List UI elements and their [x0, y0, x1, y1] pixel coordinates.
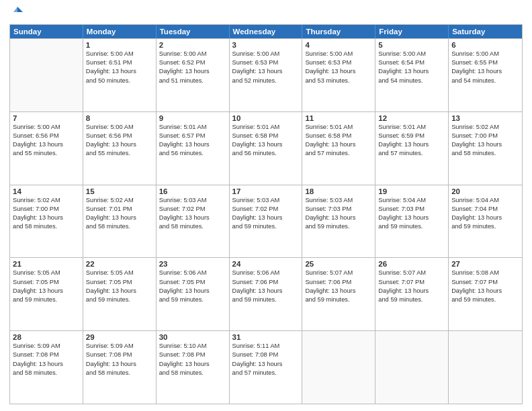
calendar-body: 1Sunrise: 5:00 AMSunset: 6:51 PMDaylight…: [10, 38, 522, 404]
calendar-header-cell-wednesday: Wednesday: [230, 25, 303, 38]
day-number: 29: [86, 333, 153, 341]
calendar-cell: 9Sunrise: 5:01 AMSunset: 6:57 PMDaylight…: [157, 112, 230, 185]
day-number: 30: [159, 333, 226, 341]
calendar-cell: 30Sunrise: 5:10 AMSunset: 7:08 PMDayligh…: [157, 331, 230, 404]
calendar-week-2: 7Sunrise: 5:00 AMSunset: 6:56 PMDaylight…: [10, 111, 522, 185]
calendar-cell: 17Sunrise: 5:03 AMSunset: 7:02 PMDayligh…: [230, 185, 303, 258]
calendar-cell: 29Sunrise: 5:09 AMSunset: 7:08 PMDayligh…: [83, 331, 157, 404]
day-number: 7: [13, 114, 80, 122]
day-number: 8: [86, 114, 153, 122]
day-number: 14: [13, 187, 80, 195]
calendar-cell: 4Sunrise: 5:00 AMSunset: 6:53 PMDaylight…: [302, 39, 375, 111]
calendar-cell: [302, 331, 375, 404]
day-number: 1: [86, 41, 153, 49]
calendar-cell: 3Sunrise: 5:00 AMSunset: 6:53 PMDaylight…: [230, 39, 303, 111]
calendar-header-cell-tuesday: Tuesday: [157, 25, 230, 38]
day-number: 3: [232, 41, 300, 49]
day-info: Sunrise: 5:03 AMSunset: 7:03 PMDaylight:…: [305, 196, 372, 232]
calendar-cell: 22Sunrise: 5:05 AMSunset: 7:05 PMDayligh…: [83, 258, 157, 330]
calendar: SundayMondayTuesdayWednesdayThursdayFrid…: [9, 24, 523, 404]
calendar-cell: 24Sunrise: 5:06 AMSunset: 7:06 PMDayligh…: [230, 258, 303, 330]
day-info: Sunrise: 5:09 AMSunset: 7:08 PMDaylight:…: [13, 342, 80, 377]
day-info: Sunrise: 5:09 AMSunset: 7:08 PMDaylight:…: [86, 342, 153, 377]
calendar-header: SundayMondayTuesdayWednesdayThursdayFrid…: [10, 25, 522, 38]
calendar-cell: 28Sunrise: 5:09 AMSunset: 7:08 PMDayligh…: [10, 331, 83, 404]
day-info: Sunrise: 5:04 AMSunset: 7:03 PMDaylight:…: [378, 196, 445, 232]
day-number: 9: [159, 114, 226, 122]
calendar-week-5: 28Sunrise: 5:09 AMSunset: 7:08 PMDayligh…: [10, 330, 522, 404]
day-info: Sunrise: 5:00 AMSunset: 6:55 PMDaylight:…: [451, 50, 519, 85]
day-info: Sunrise: 5:00 AMSunset: 6:51 PMDaylight:…: [86, 50, 153, 85]
day-info: Sunrise: 5:05 AMSunset: 7:05 PMDaylight:…: [13, 269, 80, 304]
calendar-cell: 5Sunrise: 5:00 AMSunset: 6:54 PMDaylight…: [375, 39, 449, 111]
day-info: Sunrise: 5:06 AMSunset: 7:05 PMDaylight:…: [159, 269, 226, 304]
calendar-cell: 25Sunrise: 5:07 AMSunset: 7:06 PMDayligh…: [302, 258, 375, 330]
day-info: Sunrise: 5:05 AMSunset: 7:05 PMDaylight:…: [86, 269, 153, 304]
calendar-cell: 2Sunrise: 5:00 AMSunset: 6:52 PMDaylight…: [157, 39, 230, 111]
calendar-cell: 16Sunrise: 5:03 AMSunset: 7:02 PMDayligh…: [157, 185, 230, 258]
day-info: Sunrise: 5:01 AMSunset: 6:57 PMDaylight:…: [159, 123, 226, 158]
day-info: Sunrise: 5:11 AMSunset: 7:08 PMDaylight:…: [232, 342, 300, 377]
day-number: 12: [378, 114, 445, 122]
day-info: Sunrise: 5:01 AMSunset: 6:58 PMDaylight:…: [232, 123, 300, 158]
calendar-cell: 23Sunrise: 5:06 AMSunset: 7:05 PMDayligh…: [157, 258, 230, 330]
day-number: 13: [451, 114, 519, 122]
day-number: 11: [305, 114, 372, 122]
header: [9, 7, 523, 19]
day-info: Sunrise: 5:04 AMSunset: 7:04 PMDaylight:…: [451, 196, 519, 232]
logo: [9, 7, 24, 19]
calendar-cell: 12Sunrise: 5:01 AMSunset: 6:59 PMDayligh…: [375, 112, 449, 185]
calendar-header-cell-sunday: Sunday: [10, 25, 83, 38]
day-info: Sunrise: 5:08 AMSunset: 7:07 PMDaylight:…: [451, 269, 519, 304]
svg-marker-0: [17, 7, 23, 12]
day-info: Sunrise: 5:02 AMSunset: 7:00 PMDaylight:…: [13, 196, 80, 232]
calendar-cell: [449, 331, 522, 404]
day-info: Sunrise: 5:00 AMSunset: 6:54 PMDaylight:…: [378, 50, 445, 85]
day-info: Sunrise: 5:02 AMSunset: 7:00 PMDaylight:…: [451, 123, 519, 158]
day-number: 10: [232, 114, 300, 122]
day-info: Sunrise: 5:00 AMSunset: 6:53 PMDaylight:…: [232, 50, 300, 85]
day-number: 20: [451, 187, 519, 195]
day-number: 26: [378, 260, 445, 268]
day-number: 5: [378, 41, 445, 49]
calendar-week-1: 1Sunrise: 5:00 AMSunset: 6:51 PMDaylight…: [10, 38, 522, 111]
day-info: Sunrise: 5:10 AMSunset: 7:08 PMDaylight:…: [159, 342, 226, 377]
calendar-cell: 10Sunrise: 5:01 AMSunset: 6:58 PMDayligh…: [230, 112, 303, 185]
day-info: Sunrise: 5:00 AMSunset: 6:56 PMDaylight:…: [13, 123, 80, 158]
calendar-cell: 13Sunrise: 5:02 AMSunset: 7:00 PMDayligh…: [449, 112, 522, 185]
day-number: 18: [305, 187, 372, 195]
day-number: 17: [232, 187, 300, 195]
day-number: 19: [378, 187, 445, 195]
day-number: 27: [451, 260, 519, 268]
calendar-week-4: 21Sunrise: 5:05 AMSunset: 7:05 PMDayligh…: [10, 257, 522, 330]
day-number: 16: [159, 187, 226, 195]
day-info: Sunrise: 5:02 AMSunset: 7:01 PMDaylight:…: [86, 196, 153, 232]
day-info: Sunrise: 5:07 AMSunset: 7:07 PMDaylight:…: [378, 269, 445, 304]
day-info: Sunrise: 5:00 AMSunset: 6:56 PMDaylight:…: [86, 123, 153, 158]
calendar-cell: 19Sunrise: 5:04 AMSunset: 7:03 PMDayligh…: [375, 185, 449, 258]
calendar-cell: 31Sunrise: 5:11 AMSunset: 7:08 PMDayligh…: [230, 331, 303, 404]
day-number: 6: [451, 41, 519, 49]
day-info: Sunrise: 5:00 AMSunset: 6:52 PMDaylight:…: [159, 50, 226, 85]
calendar-cell: 6Sunrise: 5:00 AMSunset: 6:55 PMDaylight…: [449, 39, 522, 111]
calendar-header-cell-monday: Monday: [83, 25, 157, 38]
calendar-cell: 8Sunrise: 5:00 AMSunset: 6:56 PMDaylight…: [83, 112, 157, 185]
calendar-cell: 1Sunrise: 5:00 AMSunset: 6:51 PMDaylight…: [83, 39, 157, 111]
calendar-header-cell-thursday: Thursday: [302, 25, 375, 38]
calendar-cell: 26Sunrise: 5:07 AMSunset: 7:07 PMDayligh…: [375, 258, 449, 330]
day-number: 28: [13, 333, 80, 341]
day-info: Sunrise: 5:00 AMSunset: 6:53 PMDaylight:…: [305, 50, 372, 85]
calendar-cell: 15Sunrise: 5:02 AMSunset: 7:01 PMDayligh…: [83, 185, 157, 258]
calendar-cell: 20Sunrise: 5:04 AMSunset: 7:04 PMDayligh…: [449, 185, 522, 258]
calendar-cell: 18Sunrise: 5:03 AMSunset: 7:03 PMDayligh…: [302, 185, 375, 258]
day-info: Sunrise: 5:03 AMSunset: 7:02 PMDaylight:…: [232, 196, 300, 232]
calendar-header-cell-friday: Friday: [375, 25, 449, 38]
calendar-cell: [375, 331, 449, 404]
logo-flag-icon: [11, 5, 24, 19]
day-number: 24: [232, 260, 300, 268]
calendar-cell: 11Sunrise: 5:01 AMSunset: 6:58 PMDayligh…: [302, 112, 375, 185]
day-number: 23: [159, 260, 226, 268]
day-number: 21: [13, 260, 80, 268]
day-number: 25: [305, 260, 372, 268]
calendar-cell: 27Sunrise: 5:08 AMSunset: 7:07 PMDayligh…: [449, 258, 522, 330]
